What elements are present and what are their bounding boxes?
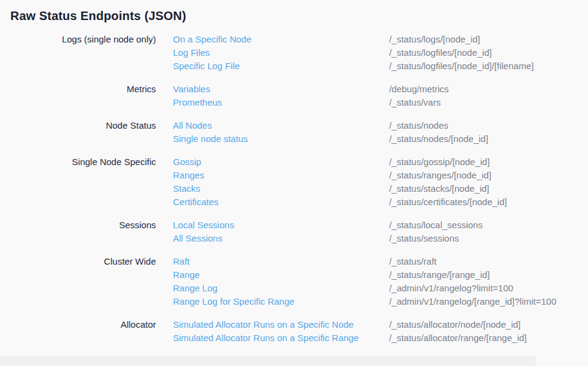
endpoint-path: /_status/range/[range_id] bbox=[389, 269, 490, 280]
group-label: Metrics bbox=[0, 83, 156, 96]
group-rows: On a Specific Node /_status/logs/[node_i… bbox=[173, 33, 534, 73]
endpoint-link[interactable]: Log Files bbox=[173, 46, 387, 59]
footer-band bbox=[0, 356, 536, 366]
endpoint-link[interactable]: Simulated Allocator Runs on a Specific N… bbox=[173, 318, 387, 331]
endpoint-row: Variables /debug/metrics bbox=[173, 83, 449, 96]
group-rows: Simulated Allocator Runs on a Specific N… bbox=[173, 318, 527, 345]
group-label: Node Status bbox=[0, 119, 156, 132]
endpoint-path: /_status/allocator/node/[node_id] bbox=[389, 319, 521, 330]
endpoint-path: /_admin/v1/rangelog/[range_id]?limit=100 bbox=[389, 296, 556, 307]
endpoint-group: Allocator Simulated Allocator Runs on a … bbox=[0, 318, 588, 345]
endpoint-row: All Sessions /_status/sessions bbox=[173, 232, 482, 245]
endpoint-path: /_status/local_sessions bbox=[389, 220, 482, 230]
endpoint-group: Node Status All Nodes /_status/nodes Sin… bbox=[0, 119, 588, 146]
endpoint-row: Specific Log File /_status/logfiles/[nod… bbox=[173, 59, 534, 73]
endpoint-link[interactable]: Certificates bbox=[173, 195, 387, 209]
endpoint-link[interactable]: Stacks bbox=[173, 182, 387, 195]
group-label: Logs (single node only) bbox=[0, 33, 156, 46]
endpoint-path: /_status/stacks/[node_id] bbox=[389, 183, 489, 194]
endpoint-link[interactable]: Ranges bbox=[173, 169, 387, 182]
group-label: Single Node Specific bbox=[0, 155, 156, 169]
endpoint-link[interactable]: Range bbox=[173, 268, 387, 282]
endpoint-group: Metrics Variables /debug/metrics Prometh… bbox=[0, 83, 588, 109]
endpoint-row: Prometheus /_status/vars bbox=[173, 96, 449, 109]
group-rows: All Nodes /_status/nodes Single node sta… bbox=[173, 119, 488, 146]
endpoint-group: Single Node Specific Gossip /_status/gos… bbox=[0, 155, 588, 209]
endpoint-row: Stacks /_status/stacks/[node_id] bbox=[173, 182, 507, 195]
endpoint-link[interactable]: All Sessions bbox=[173, 232, 387, 245]
endpoint-link[interactable]: Range Log bbox=[173, 282, 387, 295]
endpoint-path: /_status/sessions bbox=[389, 233, 459, 243]
endpoint-link[interactable]: Range Log for Specific Range bbox=[173, 295, 387, 308]
endpoint-row: All Nodes /_status/nodes bbox=[173, 119, 488, 132]
endpoint-link[interactable]: Variables bbox=[173, 83, 387, 96]
group-rows: Local Sessions /_status/local_sessions A… bbox=[173, 219, 482, 245]
endpoint-row: Gossip /_status/gossip/[node_id] bbox=[173, 155, 507, 169]
endpoint-row: Range /_status/range/[range_id] bbox=[173, 268, 556, 282]
group-rows: Raft /_status/raft Range /_status/range/… bbox=[173, 255, 556, 308]
endpoint-path: /_status/vars bbox=[389, 97, 441, 107]
endpoint-link[interactable]: Specific Log File bbox=[173, 59, 387, 73]
endpoint-path: /debug/metrics bbox=[389, 84, 448, 94]
endpoint-link[interactable]: Simulated Allocator Runs on a Specific R… bbox=[173, 331, 387, 345]
group-rows: Variables /debug/metrics Prometheus /_st… bbox=[173, 83, 449, 109]
endpoint-path: /_status/logfiles/[node_id]/[filename] bbox=[389, 61, 533, 71]
endpoint-path: /_status/raft bbox=[389, 256, 436, 266]
endpoint-row: Certificates /_status/certificates/[node… bbox=[173, 195, 507, 209]
group-label: Allocator bbox=[0, 318, 156, 331]
endpoint-path: /_admin/v1/rangelog?limit=100 bbox=[389, 283, 513, 293]
endpoint-path: /_status/gossip/[node_id] bbox=[389, 157, 490, 167]
endpoint-path: /_status/nodes/[node_id] bbox=[389, 134, 488, 144]
endpoint-path: /_status/logs/[node_id] bbox=[389, 34, 480, 44]
endpoint-group: Cluster Wide Raft /_status/raft Range /_… bbox=[0, 255, 588, 308]
endpoint-path: /_status/ranges/[node_id] bbox=[389, 170, 491, 180]
group-label: Cluster Wide bbox=[0, 255, 156, 268]
endpoint-link[interactable]: Single node status bbox=[173, 132, 387, 146]
endpoint-row: On a Specific Node /_status/logs/[node_i… bbox=[173, 33, 534, 46]
endpoint-link[interactable]: On a Specific Node bbox=[173, 33, 387, 46]
endpoint-row: Local Sessions /_status/local_sessions bbox=[173, 219, 482, 232]
group-label: Sessions bbox=[0, 219, 156, 232]
endpoint-path: /_status/allocator/range/[range_id] bbox=[389, 333, 527, 343]
endpoint-path: /_status/logfiles/[node_id] bbox=[389, 47, 492, 58]
endpoint-link[interactable]: All Nodes bbox=[173, 119, 387, 132]
group-rows: Gossip /_status/gossip/[node_id] Ranges … bbox=[173, 155, 507, 209]
endpoint-row: Ranges /_status/ranges/[node_id] bbox=[173, 169, 507, 182]
endpoint-link[interactable]: Local Sessions bbox=[173, 219, 387, 232]
endpoint-row: Simulated Allocator Runs on a Specific R… bbox=[173, 331, 527, 345]
endpoint-groups: Logs (single node only) On a Specific No… bbox=[0, 33, 588, 354]
endpoint-link[interactable]: Gossip bbox=[173, 155, 387, 169]
endpoint-row: Range Log /_admin/v1/rangelog?limit=100 bbox=[173, 282, 556, 295]
endpoint-row: Raft /_status/raft bbox=[173, 255, 556, 268]
endpoint-group: Logs (single node only) On a Specific No… bbox=[0, 33, 588, 73]
endpoint-link[interactable]: Prometheus bbox=[173, 96, 387, 109]
endpoint-row: Range Log for Specific Range /_admin/v1/… bbox=[173, 295, 556, 308]
endpoint-path: /_status/certificates/[node_id] bbox=[389, 197, 507, 207]
endpoint-row: Log Files /_status/logfiles/[node_id] bbox=[173, 46, 534, 59]
endpoint-row: Single node status /_status/nodes/[node_… bbox=[173, 132, 488, 146]
page-title: Raw Status Endpoints (JSON) bbox=[10, 7, 186, 24]
endpoint-row: Simulated Allocator Runs on a Specific N… bbox=[173, 318, 527, 331]
endpoint-path: /_status/nodes bbox=[389, 120, 448, 130]
endpoint-link[interactable]: Raft bbox=[173, 255, 387, 268]
endpoint-group: Sessions Local Sessions /_status/local_s… bbox=[0, 219, 588, 245]
